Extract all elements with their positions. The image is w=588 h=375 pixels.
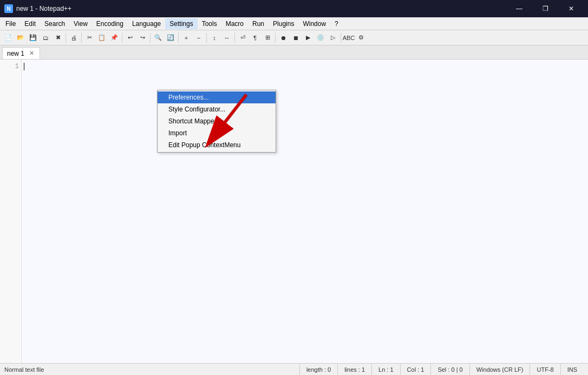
menu-macro[interactable]: Macro: [221, 18, 248, 29]
line-numbers: 1: [0, 60, 22, 363]
zoom-out-button[interactable]: −: [193, 32, 205, 44]
undo-button[interactable]: ↩: [124, 32, 136, 44]
maximize-button[interactable]: ❐: [533, 0, 558, 17]
status-insert-mode: INS: [561, 364, 584, 375]
sync-scroll-v[interactable]: ↕: [208, 32, 220, 44]
menu-settings[interactable]: Settings: [165, 18, 197, 29]
status-file-type: Normal text file: [4, 364, 300, 375]
copy-button[interactable]: 📋: [96, 32, 108, 44]
redo-button[interactable]: ↪: [136, 32, 148, 44]
menu-search[interactable]: Search: [40, 18, 69, 29]
editor-area[interactable]: 1 Preferences... Style Configurator... S…: [0, 60, 588, 363]
macro-run-button[interactable]: ▷: [327, 32, 339, 44]
toolbar-sep-9: [341, 33, 341, 43]
line-number-1: 1: [2, 62, 19, 71]
status-ln: Ln : 1: [372, 364, 401, 375]
menu-run[interactable]: Run: [248, 18, 269, 29]
new-button[interactable]: 📄: [2, 32, 14, 44]
menu-edit-popup-contextmenu[interactable]: Edit Popup ContextMenu: [158, 139, 276, 151]
window-controls: — ❐ ✕: [507, 0, 584, 17]
close-button[interactable]: ✕: [559, 0, 584, 17]
menu-bar: File Edit Search View Encoding Language …: [0, 17, 588, 30]
close-button-tb[interactable]: ✖: [52, 32, 64, 44]
menu-help[interactable]: ?: [330, 18, 343, 29]
menu-file[interactable]: File: [1, 18, 20, 29]
title-bar: N new 1 - Notepad++ — ❐ ✕: [0, 0, 588, 17]
zoom-in-button[interactable]: +: [180, 32, 192, 44]
menu-plugins[interactable]: Plugins: [269, 18, 298, 29]
status-encoding: UTF-8: [530, 364, 560, 375]
tab-close-icon[interactable]: ✕: [28, 50, 35, 57]
menu-shortcut-mapper[interactable]: Shortcut Mapper...: [158, 115, 276, 127]
status-col: Col : 1: [401, 364, 432, 375]
spell-check-button[interactable]: ABC: [343, 32, 355, 44]
menu-window[interactable]: Window: [298, 18, 330, 29]
find-button[interactable]: 🔍: [152, 32, 164, 44]
toolbar-sep-3: [122, 33, 122, 43]
save-button[interactable]: 💾: [27, 32, 39, 44]
macro-save-button[interactable]: 💿: [315, 32, 326, 44]
menu-import[interactable]: Import: [158, 127, 276, 139]
toolbar-sep-6: [206, 33, 207, 43]
toolbar: 📄 📂 💾 🗂 ✖ 🖨 ✂ 📋 📌 ↩ ↪ 🔍 🔄 + − ↕ ↔ ⏎ ¶ ⊞ …: [0, 30, 588, 45]
window-title: new 1 - Notepad++: [16, 5, 71, 12]
print-button[interactable]: 🖨: [68, 32, 80, 44]
status-length: length : 0: [300, 364, 338, 375]
menu-preferences[interactable]: Preferences...: [158, 91, 276, 103]
open-button[interactable]: 📂: [15, 32, 27, 44]
tab-bar: new 1 ✕: [0, 45, 588, 60]
status-sel: Sel : 0 | 0: [431, 364, 469, 375]
macro-stop-button[interactable]: ⏹: [290, 32, 302, 44]
toolbar-sep-7: [234, 33, 235, 43]
status-lines: lines : 1: [338, 364, 372, 375]
toolbar-sep-4: [150, 33, 151, 43]
all-chars-button[interactable]: ¶: [249, 32, 261, 44]
menu-language[interactable]: Language: [128, 18, 165, 29]
cursor: [24, 63, 24, 70]
minimize-button[interactable]: —: [507, 0, 532, 17]
menu-view[interactable]: View: [69, 18, 92, 29]
menu-style-configurator[interactable]: Style Configurator...: [158, 103, 276, 115]
app-icon: N: [4, 4, 13, 13]
toolbar-sep-2: [81, 33, 82, 43]
replace-button[interactable]: 🔄: [165, 32, 177, 44]
status-line-ending: Windows (CR LF): [470, 364, 531, 375]
save-all-button[interactable]: 🗂: [40, 32, 51, 44]
toolbar-sep-1: [66, 33, 66, 43]
macro-play-button[interactable]: ▶: [302, 32, 314, 44]
menu-encoding[interactable]: Encoding: [92, 18, 128, 29]
settings-dropdown: Preferences... Style Configurator... Sho…: [157, 90, 276, 153]
toolbar-sep-5: [178, 33, 179, 43]
menu-tools[interactable]: Tools: [198, 18, 221, 29]
tab-new1[interactable]: new 1 ✕: [2, 47, 40, 59]
editor-content[interactable]: [22, 60, 588, 363]
toolbar-sep-8: [275, 33, 276, 43]
tab-label: new 1: [7, 50, 24, 57]
paste-button[interactable]: 📌: [108, 32, 120, 44]
sync-scroll-h[interactable]: ↔: [221, 32, 233, 44]
indent-guide-button[interactable]: ⊞: [262, 32, 273, 44]
menu-edit[interactable]: Edit: [20, 18, 40, 29]
status-bar: Normal text file length : 0 lines : 1 Ln…: [0, 363, 588, 375]
cut-button[interactable]: ✂: [83, 32, 95, 44]
word-wrap-button[interactable]: ⏎: [237, 32, 249, 44]
macro-record-button[interactable]: ⏺: [277, 32, 289, 44]
monitor-button[interactable]: ⚙: [355, 32, 367, 44]
